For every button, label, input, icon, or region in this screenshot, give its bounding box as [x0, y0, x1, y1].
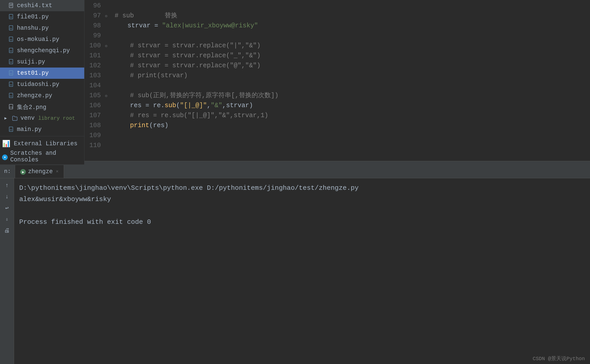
gutter: ⊖ ⊖ ⊖ — [105, 0, 113, 161]
gutter-110 — [105, 141, 113, 151]
line-num-106: 106 — [84, 101, 101, 111]
gutter-103 — [105, 71, 113, 81]
code-line-101: # strvar = strvar.replace("_","&") — [113, 51, 590, 61]
py-file-icon: py — [8, 25, 15, 32]
sidebar-item-ceshi4-txt[interactable]: ceshi4.txt — [0, 0, 84, 11]
sidebar-item-label: ceshi4.txt — [17, 2, 52, 9]
editor-area: 96 97 98 99 100 101 102 103 104 105 106 … — [84, 0, 590, 164]
code-lines[interactable]: # sub 替换 strvar = "alex|wusir_xboyww@ris… — [113, 0, 590, 161]
code-line-102: # strvar = strvar.replace("@","&") — [113, 61, 590, 71]
code-op: = — [142, 101, 153, 111]
sidebar-item-scratches-consoles[interactable]: ● Scratches and Consoles — [0, 150, 84, 163]
code-bracket-content: |_@ — [188, 101, 199, 111]
sidebar-item-shengchengqi-py[interactable]: py shengchengqi.py — [0, 45, 84, 56]
sidebar-item-tuidaoshi-py[interactable]: py tuidaoshi.py — [0, 79, 84, 90]
line-num-99: 99 — [84, 31, 101, 41]
bar-chart-icon: 📊 — [2, 140, 10, 148]
code-re: re — [153, 101, 161, 111]
code-bracket-close: ] — [199, 101, 203, 111]
bottom-panel: n: ▶ zhengze × ↑ ↓ ↩ ⇩ 🖨 D:\pythonitems\… — [0, 164, 590, 364]
code-comment: # print(strvar) — [115, 71, 188, 81]
sidebar-item-test01-py[interactable]: py test01.py — [0, 68, 84, 79]
line-num-102: 102 — [84, 61, 101, 71]
code-paren-print: ( — [149, 121, 153, 131]
sidebar-item-label: suiji.py — [17, 59, 45, 65]
code-comment: # strvar = strvar.replace("|","&") — [115, 41, 261, 51]
code-indent — [115, 121, 130, 131]
py-file-icon: py — [8, 36, 15, 43]
code-var: strvar — [127, 21, 151, 31]
scroll-up-button[interactable]: ↑ — [2, 180, 12, 191]
gutter-99 — [105, 31, 113, 41]
code-res: res — [153, 121, 165, 131]
folder-icon — [11, 115, 18, 122]
code-line-106: res = re . sub ( " [ |_@ ] " , "&" , str… — [113, 101, 590, 111]
sidebar-item-zhengze-py[interactable]: py zhengze.py — [0, 90, 84, 101]
bottom-tab-zhengze[interactable]: ▶ zhengze × — [15, 165, 64, 178]
sidebar-item-suiji-py[interactable]: py suiji.py — [0, 56, 84, 68]
svg-text:py: py — [10, 95, 12, 97]
fold-105[interactable]: ⊖ — [105, 91, 113, 101]
code-content: 96 97 98 99 100 101 102 103 104 105 106 … — [84, 0, 590, 161]
gutter-108 — [105, 121, 113, 131]
fold-100[interactable]: ⊖ — [105, 41, 113, 51]
scroll-down-button[interactable]: ↓ — [2, 192, 12, 202]
code-line-105: # sub(正则,替换的字符,原字符串[,替换的次数]) — [113, 91, 590, 101]
code-comment: # sub 替换 — [115, 11, 177, 21]
gutter-107 — [105, 111, 113, 121]
png-file-icon: png — [8, 103, 15, 111]
svg-rect-0 — [9, 3, 13, 8]
chevron-right-icon: ▶ — [2, 115, 9, 122]
scroll-to-bottom-button[interactable]: ⇩ — [2, 214, 12, 224]
code-var: res — [130, 101, 142, 111]
code-line-104 — [113, 81, 590, 91]
line-num-109: 109 — [84, 131, 101, 141]
code-line-103: # print(strvar) — [113, 71, 590, 81]
gutter-102 — [105, 61, 113, 71]
sidebar-item-file01-py[interactable]: py file01.py — [0, 11, 84, 23]
sidebar-item-label: os-mokuai.py — [17, 36, 59, 43]
wrap-button[interactable]: ↩ — [2, 203, 12, 213]
sidebar-item-label: tuidaoshi.py — [17, 81, 59, 88]
svg-text:py: py — [10, 16, 12, 18]
line-numbers: 96 97 98 99 100 101 102 103 104 105 106 … — [84, 0, 105, 161]
txt-file-icon — [8, 2, 15, 9]
code-indent — [115, 101, 130, 111]
code-comment: # strvar = strvar.replace("_","&") — [115, 51, 261, 61]
sidebar-item-external-libraries[interactable]: 📊 External Libraries — [0, 137, 84, 150]
external-libraries-label: External Libraries — [14, 140, 77, 147]
bottom-content: ↑ ↓ ↩ ⇩ 🖨 D:\pythonitems\jinghao\venv\Sc… — [0, 178, 590, 364]
py-file-icon: py — [8, 58, 15, 65]
code-str-yellow-close: " — [203, 101, 207, 111]
editor-scrollbar[interactable] — [84, 161, 590, 164]
py-file-icon: py — [8, 92, 15, 99]
gutter-98 — [105, 21, 113, 31]
svg-text:py: py — [10, 128, 12, 131]
console-output: D:\pythonitems\jinghao\venv\Scripts\pyth… — [14, 178, 590, 364]
sidebar-item-label: hanshu.py — [17, 25, 49, 31]
print-button[interactable]: 🖨 — [2, 225, 12, 236]
code-strvar: strvar — [226, 101, 249, 111]
sidebar-item-label: zhengze.py — [17, 92, 52, 99]
sidebar-venv-label: venv — [20, 115, 35, 122]
sidebar-item-hanshu-py[interactable]: py hanshu.py — [0, 23, 84, 34]
line-num-96: 96 — [84, 1, 101, 11]
code-bracket: [ — [184, 101, 188, 111]
code-line-96 — [113, 1, 590, 11]
sidebar-item-jihe-png[interactable]: png 集合2.png — [0, 101, 84, 113]
sidebar-item-os-mokuai-py[interactable]: py os-mokuai.py — [0, 34, 84, 45]
line-num-103: 103 — [84, 71, 101, 81]
fold-97[interactable]: ⊖ — [105, 11, 113, 21]
sidebar-item-label: shengchengqi.py — [17, 47, 70, 54]
svg-text:py: py — [10, 83, 12, 86]
console-cmd-text: D:\pythonitems\jinghao\venv\Scripts\pyth… — [19, 182, 359, 194]
tab-close-button[interactable]: × — [56, 169, 59, 174]
library-root-label: library root — [38, 115, 75, 121]
sidebar-item-main-py[interactable]: py main.py — [0, 124, 84, 135]
svg-text:png: png — [9, 106, 13, 108]
svg-text:py: py — [10, 61, 12, 63]
code-str: "alex|wusir_xboyww@risky" — [162, 21, 258, 31]
tab-prefix-label: n: — [4, 168, 11, 175]
csdn-label: CSDN @景天说Python — [533, 356, 585, 362]
sidebar-item-venv[interactable]: ▶ venv library root — [0, 113, 84, 124]
